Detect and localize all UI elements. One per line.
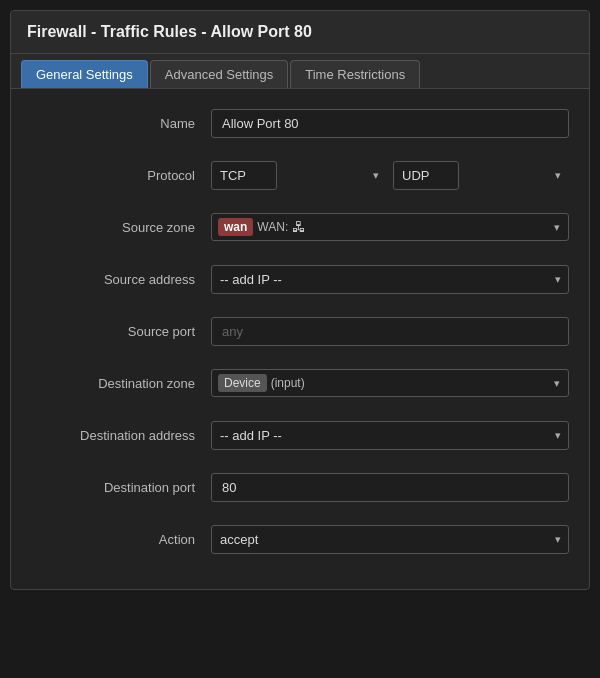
action-label: Action (31, 532, 211, 547)
source-address-select[interactable]: -- add IP -- (211, 265, 569, 294)
udp-chevron-icon: ▾ (555, 169, 561, 182)
name-input[interactable] (211, 109, 569, 138)
source-address-label: Source address (31, 272, 211, 287)
wan-tag: wan (218, 218, 253, 236)
source-zone-text: WAN: (257, 220, 288, 234)
destination-zone-select[interactable]: Device (input) ▾ (211, 369, 569, 397)
source-port-row: Source port (31, 313, 569, 349)
source-zone-chevron-icon: ▾ (554, 221, 560, 234)
tab-advanced[interactable]: Advanced Settings (150, 60, 288, 88)
panel-title: Firewall - Traffic Rules - Allow Port 80 (27, 23, 312, 40)
destination-port-row: Destination port (31, 469, 569, 505)
tcp-wrapper: TCP UDP Any ▾ (211, 161, 387, 190)
destination-zone-chevron-icon: ▾ (554, 377, 560, 390)
protocol-label: Protocol (31, 168, 211, 183)
tcp-select[interactable]: TCP UDP Any (211, 161, 277, 190)
destination-address-wrapper: -- add IP -- ▾ (211, 421, 569, 450)
destination-zone-row: Destination zone Device (input) ▾ (31, 365, 569, 401)
destination-address-select[interactable]: -- add IP -- (211, 421, 569, 450)
destination-address-label: Destination address (31, 428, 211, 443)
main-panel: Firewall - Traffic Rules - Allow Port 80… (10, 10, 590, 590)
action-row: Action accept drop reject ▾ (31, 521, 569, 557)
destination-zone-input-label: (input) (271, 376, 305, 390)
name-label: Name (31, 116, 211, 131)
source-address-row: Source address -- add IP -- ▾ (31, 261, 569, 297)
destination-port-label: Destination port (31, 480, 211, 495)
tab-general[interactable]: General Settings (21, 60, 148, 88)
tab-time-restrictions[interactable]: Time Restrictions (290, 60, 420, 88)
name-row: Name (31, 105, 569, 141)
source-zone-label: Source zone (31, 220, 211, 235)
protocol-row: Protocol TCP UDP Any ▾ UDP TCP Any (31, 157, 569, 193)
destination-port-input[interactable] (211, 473, 569, 502)
source-zone-row: Source zone wan WAN: 🖧 ▾ (31, 209, 569, 245)
udp-select[interactable]: UDP TCP Any (393, 161, 459, 190)
source-zone-select[interactable]: wan WAN: 🖧 ▾ (211, 213, 569, 241)
source-port-input[interactable] (211, 317, 569, 346)
udp-wrapper: UDP TCP Any ▾ (393, 161, 569, 190)
destination-zone-label: Destination zone (31, 376, 211, 391)
protocol-selects: TCP UDP Any ▾ UDP TCP Any ▾ (211, 161, 569, 190)
device-tag: Device (218, 374, 267, 392)
panel-header: Firewall - Traffic Rules - Allow Port 80 (11, 11, 589, 54)
tab-bar: General Settings Advanced Settings Time … (11, 54, 589, 89)
action-select[interactable]: accept drop reject (211, 525, 569, 554)
form-body: Name Protocol TCP UDP Any ▾ UDP TC (11, 89, 589, 589)
destination-address-row: Destination address -- add IP -- ▾ (31, 417, 569, 453)
tcp-chevron-icon: ▾ (373, 169, 379, 182)
source-port-label: Source port (31, 324, 211, 339)
source-address-wrapper: -- add IP -- ▾ (211, 265, 569, 294)
action-wrapper: accept drop reject ▾ (211, 525, 569, 554)
network-icon: 🖧 (292, 219, 306, 235)
